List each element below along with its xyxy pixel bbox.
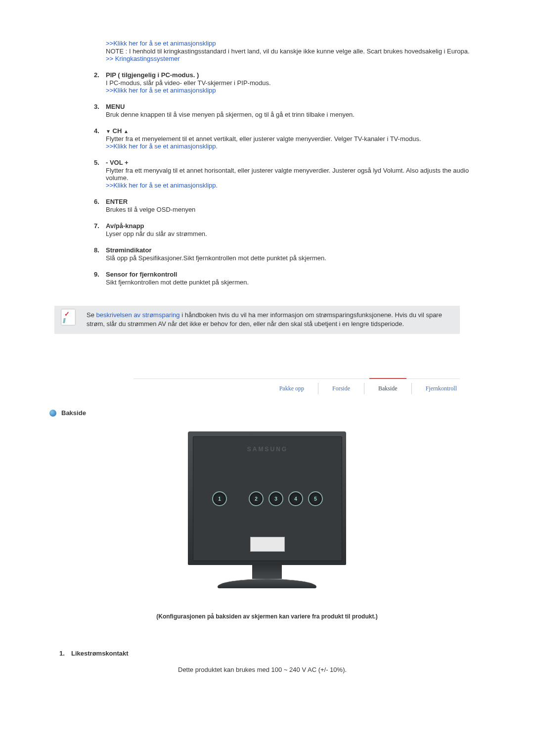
port-1: 1 [212,491,227,506]
tab-bakside[interactable]: Bakside [364,383,412,394]
list-item: 8. Strømindikator Slå opp på Spesifikasj… [94,246,490,262]
item-title: MENU [106,103,125,110]
list-item: 4. ▼ CH ▲ Flytter fra et menyelement til… [94,127,490,150]
item-number: 1. [59,650,69,657]
animation-link[interactable]: >>Klikk her for å se et animasjonsklipp [106,40,216,47]
tab-pakke-opp[interactable]: Pakke opp [266,383,318,394]
list-item: 3. MENU Bruk denne knappen til å vise me… [94,103,490,118]
item-desc: Bruk denne knappen til å vise menyen på … [106,111,490,118]
list-item: 7. Av/på-knapp Lyser opp når du slår av … [94,222,490,237]
item-desc: Flytter fra et menyelement til et annet … [106,135,490,142]
item-title: PIP ( tilgjengelig i PC-modus. ) [106,71,199,79]
port-5: 5 [308,491,323,506]
section-title: Bakside [61,409,86,417]
item-title: Strømindikator [106,246,151,254]
up-arrow-icon: ▲ [124,129,129,134]
broadcast-link[interactable]: >> Kringkastingssystemer [106,55,180,62]
item-desc: Dette produktet kan brukes med 100 ~ 240… [178,666,490,673]
item-title: Sensor for fjernkontroll [106,271,177,278]
item-desc: Brukes til å velge OSD-menyen [106,206,490,213]
info-note: Se beskrivelsen av strømsparing i håndbo… [54,306,460,334]
back-connectors-list: 1. Likestrømskontakt Dette produktet kan… [59,650,490,673]
list-item: >>Klikk her for å se et animasjonsklipp … [94,40,490,62]
list-item: 5. - VOL + Flytter fra ett menyvalg til … [94,159,490,189]
item-desc: NOTE : I henhold til kringkastingsstanda… [106,47,490,55]
note-pre-text: Se [87,311,96,319]
monitor-back-image: SAMSUNG 1 2 3 4 5 [44,431,490,588]
animation-link[interactable]: >>Klikk her for å se et animasjonsklipp. [106,142,218,150]
list-item: 2. PIP ( tilgjengelig i PC-modus. ) I PC… [94,71,490,94]
image-caption: (Konfigurasjonen på baksiden av skjermen… [44,613,490,620]
tab-fjernkontroll[interactable]: Fjernkontroll [412,383,460,394]
animation-link[interactable]: >>Klikk her for å se et animasjonsklipp. [106,182,218,189]
list-item: 9. Sensor for fjernkontroll Sikt fjernko… [94,271,490,286]
item-desc: Lyser opp når du slår av strømmen. [106,230,490,237]
item-title: CH [113,127,122,135]
animation-link[interactable]: >>Klikk her for å se et animasjonsklipp [106,87,216,94]
tab-forside[interactable]: Forside [318,383,364,394]
tab-bar: Pakke opp Forside Bakside Fjernkontroll [134,383,460,394]
item-title: Likestrømskontakt [71,650,129,657]
powersave-link[interactable]: beskrivelsen av strømsparing [96,311,180,319]
down-arrow-icon: ▼ [106,129,111,134]
port-4: 4 [288,491,303,506]
item-desc: Slå opp på Spesifikasjoner.Sikt fjernkon… [106,254,490,262]
front-buttons-list: >>Klikk her for å se et animasjonsklipp … [94,40,490,286]
bullet-icon [49,410,56,417]
list-item: 6. ENTER Brukes til å velge OSD-menyen [94,198,490,213]
checkmark-note-icon [61,309,76,326]
item-desc: Sikt fjernkontrollen mot dette punktet p… [106,279,490,286]
port-3: 3 [268,491,283,506]
item-title: - VOL + [106,159,129,166]
item-title: Av/på-knapp [106,222,144,230]
spec-sticker [250,537,285,552]
item-desc: I PC-modus, slår på video- eller TV-skje… [106,79,490,87]
port-2: 2 [249,491,264,506]
item-desc: Flytter fra ett menyvalg til et annet ho… [106,167,490,182]
item-title: ENTER [106,198,128,205]
monitor-brand-label: SAMSUNG [193,446,342,453]
